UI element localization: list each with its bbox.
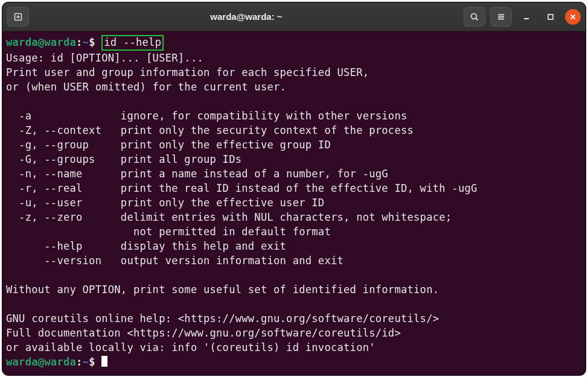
output-line: -Z, --context print only the security co… (6, 124, 414, 136)
prompt-dollar: $ (89, 356, 95, 368)
prompt-path: ~ (83, 36, 89, 48)
new-tab-icon (13, 12, 23, 22)
output-line: -r, --real print the real ID instead of … (6, 182, 478, 194)
output-line: -n, --name print a name instead of a num… (6, 168, 388, 180)
window-title: warda@warda: ~ (34, 11, 459, 22)
prompt-path: ~ (83, 356, 89, 368)
output-line: not permitted in default format (6, 226, 331, 238)
menu-button[interactable] (490, 7, 512, 27)
search-button[interactable] (464, 7, 485, 27)
output-line: -a ignore, for compatibility with other … (6, 110, 407, 122)
output-line: Usage: id [OPTION]... [USER]... (6, 52, 203, 64)
svg-point-3 (471, 13, 477, 19)
output-line: or available locally via: info '(coreuti… (6, 341, 375, 353)
maximize-button[interactable] (541, 8, 560, 25)
output-line: Full documentation <https://www.gnu.org/… (6, 327, 401, 339)
titlebar: warda@warda: ~ (2, 2, 586, 31)
prompt-userhost: warda@warda (6, 356, 76, 368)
highlighted-command: id --help (101, 35, 164, 51)
hamburger-icon (496, 12, 506, 22)
prompt-sep: : (76, 36, 83, 48)
output-line: --version output version information and… (6, 255, 344, 267)
svg-rect-9 (548, 14, 553, 19)
output-line: GNU coreutils online help: <https://www.… (6, 312, 439, 324)
minimize-button[interactable] (517, 8, 536, 25)
titlebar-right-controls (464, 7, 581, 27)
terminal-cursor (101, 356, 107, 367)
prompt-dollar: $ (89, 36, 95, 48)
prompt-sep: : (76, 356, 83, 368)
new-tab-button[interactable] (7, 7, 29, 27)
minimize-icon (522, 13, 531, 21)
terminal-window: warda@warda: ~ (2, 2, 586, 375)
output-line: -G, --groups print all group IDs (6, 153, 241, 165)
output-line: or (when USER omitted) for the current u… (6, 81, 286, 93)
svg-line-4 (476, 18, 478, 20)
output-line: -z, --zero delimit entries with NUL char… (6, 211, 452, 223)
maximize-icon (546, 13, 555, 21)
output-line: --help display this help and exit (6, 240, 286, 252)
output-line: -u, --user print only the effective user… (6, 197, 324, 209)
close-button[interactable] (565, 9, 581, 25)
prompt-userhost: warda@warda (6, 36, 76, 48)
output-line: Print user and group information for eac… (6, 66, 369, 78)
output-line: Without any OPTION, print some useful se… (6, 283, 439, 296)
search-icon (470, 12, 479, 22)
output-line: -g, --group print only the effective gro… (6, 139, 331, 151)
close-icon (569, 13, 577, 21)
terminal-body[interactable]: warda@warda:~$ id --help Usage: id [OPTI… (2, 31, 586, 375)
